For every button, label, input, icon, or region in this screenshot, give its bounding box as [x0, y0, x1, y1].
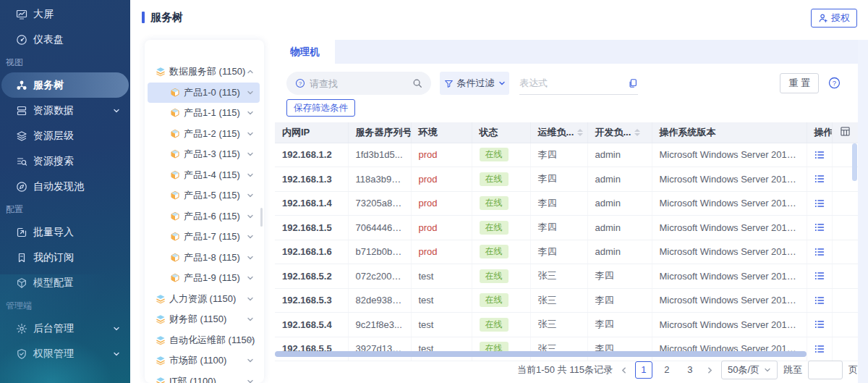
sidebar-item-model-config[interactable]: 模型配置 — [0, 270, 130, 295]
tree-node-product-1-8[interactable]: 产品1-8 (115) — [148, 248, 260, 269]
sidebar-item-auto-discovery[interactable]: 自动发现池 — [0, 174, 130, 199]
tree-node-dept-hr[interactable]: 人力资源 (1150) — [148, 289, 260, 310]
tab-physical-machine[interactable]: 物理机 — [275, 40, 335, 64]
tree-node-product-1-9[interactable]: 产品1-9 (115) — [148, 268, 260, 289]
save-filter-button[interactable]: 保存筛选条件 — [286, 99, 355, 117]
chevron-down-icon[interactable] — [247, 213, 254, 220]
tree-node-dept-market[interactable]: 市场部 (1100) — [148, 350, 260, 371]
cell-ops-owner: 李四 — [530, 240, 587, 264]
next-page-button[interactable] — [705, 366, 715, 374]
actions-menu-icon[interactable] — [814, 344, 825, 354]
cell-serial: 82de9381... — [348, 288, 411, 313]
chevron-down-icon[interactable] — [247, 254, 254, 261]
tree-node-product-1-0[interactable]: 产品1-0 (115) — [148, 83, 260, 104]
cell-env: prod — [411, 143, 472, 167]
chevron-down-icon[interactable] — [247, 316, 254, 323]
page-button-3[interactable]: 3 — [681, 361, 699, 379]
sidebar-item-my-subscription[interactable]: 我的订阅 — [0, 245, 130, 270]
compass-icon — [16, 181, 27, 193]
tree-node-product-1-5[interactable]: 产品1-5 (115) — [148, 185, 260, 206]
tree-node-product-1-3[interactable]: 产品1-3 (115) — [148, 144, 260, 165]
search-input[interactable] — [310, 78, 408, 89]
chevron-up-icon[interactable] — [247, 68, 254, 75]
chevron-down-icon[interactable] — [247, 295, 254, 303]
jump-page-input[interactable] — [808, 361, 843, 379]
chevron-down-icon[interactable] — [247, 233, 254, 240]
tree-node-product-1-4[interactable]: 产品1-4 (115) — [148, 165, 260, 186]
copy-icon[interactable] — [628, 78, 638, 88]
prev-page-button[interactable] — [618, 366, 629, 374]
tree-scrollbar[interactable] — [260, 208, 263, 227]
sidebar-item-resource-data[interactable]: 资源数据 — [0, 98, 130, 123]
page-button-2[interactable]: 2 — [658, 361, 676, 379]
sidebar-item-batch-import[interactable]: 批量导入 — [0, 219, 130, 245]
sidebar-item-backend-admin[interactable]: 后台管理 — [0, 316, 130, 341]
chevron-down-icon[interactable] — [247, 192, 254, 199]
authorize-button[interactable]: 授权 — [811, 9, 857, 28]
vertical-scrollbar[interactable] — [852, 143, 857, 181]
cell-os: Microsoft Windows Server 2019 Stan... — [652, 191, 807, 216]
page-button-1[interactable]: 1 — [635, 361, 652, 379]
column-header-4[interactable]: 运维负... — [530, 122, 587, 143]
cell-actions — [807, 191, 832, 216]
tree-node-dept-auto-ops[interactable]: 自动化运维部 (1150) — [148, 330, 260, 351]
chevron-down-icon[interactable] — [247, 337, 254, 344]
horizontal-scrollbar[interactable] — [275, 351, 807, 357]
cube-icon — [169, 272, 181, 284]
tree-node-dept-finance[interactable]: 财务部 (1150) — [148, 309, 260, 330]
chevron-down-icon[interactable] — [247, 109, 254, 117]
main-panel: 物理机 ? 条件过滤 — [275, 40, 858, 383]
column-settings-header[interactable] — [832, 122, 858, 143]
actions-menu-icon[interactable] — [814, 319, 825, 329]
chevron-down-icon[interactable] — [247, 151, 254, 158]
tree-node-dept-it[interactable]: IT部 (1100) — [148, 371, 260, 383]
column-header-6: 操作系统版本 — [652, 122, 807, 143]
sidebar-item-big-screen[interactable]: 大屏 — [0, 1, 130, 27]
search-icon[interactable] — [412, 78, 422, 88]
sort-carets-icon[interactable] — [577, 129, 583, 136]
tree-node-product-1-1[interactable]: 产品1-1 (115) — [148, 103, 260, 124]
cell-serial: 7064446b... — [348, 216, 411, 240]
column-header-5[interactable]: 开发负... — [587, 122, 652, 143]
chevron-down-icon[interactable] — [247, 89, 254, 96]
cell-os: Microsoft Windows Server 2019 Stan... — [652, 288, 807, 313]
tree-node-product-1-6[interactable]: 产品1-6 (115) — [148, 206, 260, 227]
actions-menu-icon[interactable] — [814, 174, 825, 184]
sort-carets-icon[interactable] — [634, 129, 640, 136]
actions-menu-icon[interactable] — [814, 222, 825, 232]
chevron-down-icon[interactable] — [247, 274, 254, 282]
page-size-value: 50条/页 — [728, 363, 760, 376]
search-box[interactable]: ? — [286, 72, 431, 95]
actions-menu-icon[interactable] — [814, 271, 825, 281]
expression-input[interactable] — [519, 77, 628, 88]
chevron-down-icon[interactable] — [247, 172, 254, 179]
actions-menu-icon[interactable] — [814, 247, 825, 257]
chevron-down-icon[interactable] — [247, 357, 254, 364]
cell-ops-owner: 张三 — [530, 337, 587, 361]
help-icon[interactable]: ? — [828, 77, 841, 89]
cell-empty — [832, 337, 858, 361]
actions-menu-icon[interactable] — [814, 198, 825, 209]
tree-node-product-1-7[interactable]: 产品1-7 (115) — [148, 227, 260, 248]
sidebar-item-service-tree[interactable]: 服务树 — [1, 72, 129, 98]
cell-actions — [807, 216, 832, 240]
sidebar-item-label: 大屏 — [33, 8, 54, 21]
table-body: 192.168.1.21fd3b1d5...prod在线李四adminMicro… — [275, 143, 858, 361]
condition-filter-button[interactable]: 条件过滤 — [440, 72, 509, 95]
sidebar-section-label: 配置 — [0, 199, 130, 219]
sidebar-item-permission-admin[interactable]: 权限管理 — [0, 341, 130, 366]
status-badge: 在线 — [480, 245, 509, 258]
chevron-down-icon[interactable] — [247, 378, 254, 383]
cube-icon — [169, 190, 181, 201]
tree-node-product-1-2[interactable]: 产品1-2 (115) — [148, 124, 260, 145]
actions-menu-icon[interactable] — [814, 295, 825, 306]
sidebar-item-resource-level[interactable]: 资源层级 — [0, 123, 130, 148]
sidebar-item-resource-search[interactable]: 资源搜索 — [0, 148, 130, 174]
page-size-select[interactable]: 50条/页 — [721, 361, 778, 379]
chevron-down-icon[interactable] — [247, 130, 254, 138]
reset-button[interactable]: 重 置 — [780, 73, 819, 93]
expression-field[interactable] — [519, 72, 638, 95]
sidebar-item-dashboard[interactable]: 仪表盘 — [0, 27, 130, 52]
actions-menu-icon[interactable] — [814, 150, 825, 160]
tree-node-dept-data-service[interactable]: 数据服务部 (1150) — [148, 62, 260, 83]
